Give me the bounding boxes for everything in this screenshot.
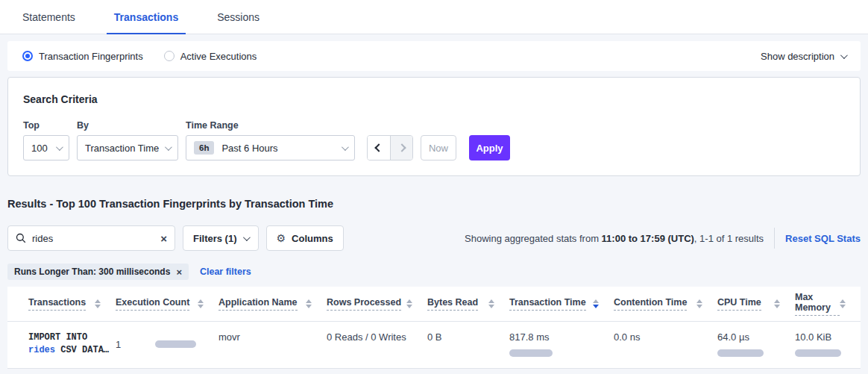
search-criteria-panel: Search Criteria Top 100 By Transaction T… xyxy=(7,77,861,176)
cell-rows-processed: 0 Reads / 0 Writes xyxy=(327,331,427,357)
stats-prefix: Showing aggregated stats from xyxy=(465,233,602,244)
top-field: Top 100 xyxy=(23,120,69,160)
time-range-field: Time Range 6h Past 6 Hours xyxy=(186,120,355,160)
tab-statements-label: Statements xyxy=(22,11,75,23)
column-header-bytes-read[interactable]: Bytes Read xyxy=(427,297,509,311)
remove-filter-icon[interactable]: × xyxy=(176,267,182,277)
column-header-label: Rows Processed xyxy=(327,297,401,311)
stats-suffix: , 1-1 of 1 results xyxy=(694,233,764,244)
chevron-down-icon xyxy=(242,234,250,241)
tab-statements[interactable]: Statements xyxy=(15,0,83,34)
time-range-value: Past 6 Hours xyxy=(221,143,277,154)
time-prev-button[interactable] xyxy=(368,136,390,160)
column-header-rows-processed[interactable]: Rows Processed xyxy=(327,297,427,311)
top-select[interactable]: 100 xyxy=(23,135,69,160)
column-header-label: Contention Time xyxy=(614,297,687,311)
sort-icon[interactable] xyxy=(95,299,101,308)
chevron-down-icon xyxy=(56,143,63,151)
cpu-time-bar xyxy=(717,349,764,357)
search-input[interactable] xyxy=(32,233,160,244)
sort-icon[interactable] xyxy=(488,299,494,308)
chevron-down-icon xyxy=(342,143,349,151)
max-memory-bar xyxy=(795,349,841,357)
time-nav-group xyxy=(367,135,413,160)
by-select-value: Transaction Time xyxy=(85,143,159,154)
column-header-application-name[interactable]: Application Name xyxy=(218,297,327,311)
time-range-select[interactable]: 6h Past 6 Hours xyxy=(186,135,355,160)
show-description-label: Show description xyxy=(761,51,834,62)
transaction-time-bar xyxy=(509,349,553,357)
show-description-toggle[interactable]: Show description xyxy=(761,51,846,62)
chevron-right-icon xyxy=(397,143,406,152)
sort-icon[interactable] xyxy=(696,299,702,308)
now-button[interactable]: Now xyxy=(421,135,456,160)
cell-execution-count: 1 xyxy=(116,331,218,357)
transaction-fingerprint-link[interactable]: IMPORT INTO rides CSV DATA… xyxy=(28,331,116,357)
column-header-label: Bytes Read xyxy=(427,297,478,311)
column-header-max-memory[interactable]: Max Memory xyxy=(795,292,861,316)
sql-activity-tabbar: Statements Transactions Sessions xyxy=(0,0,868,34)
sort-icon[interactable] xyxy=(198,299,204,308)
table-header-row: Transactions Execution Count Application… xyxy=(7,287,861,322)
results-heading: Results - Top 100 Transaction Fingerprin… xyxy=(7,198,861,210)
max-memory-value: 10.0 KiB xyxy=(795,331,850,343)
filters-button[interactable]: Filters (1) xyxy=(183,225,259,251)
results-controls-row: × Filters (1) ⚙ Columns Showing aggregat… xyxy=(7,225,861,251)
column-header-cpu-time[interactable]: CPU Time xyxy=(717,297,795,311)
column-header-contention-time[interactable]: Contention Time xyxy=(614,297,717,311)
chevron-down-icon xyxy=(840,52,848,59)
clear-filters-link[interactable]: Clear filters xyxy=(200,267,251,277)
sort-icon-active-desc[interactable] xyxy=(593,299,599,308)
column-header-transaction-time[interactable]: Transaction Time xyxy=(509,297,614,311)
column-header-label: Execution Count xyxy=(116,297,189,311)
tab-sessions[interactable]: Sessions xyxy=(210,0,267,34)
sort-icon[interactable] xyxy=(840,299,846,308)
clear-search-icon[interactable]: × xyxy=(160,233,167,244)
sort-icon[interactable] xyxy=(306,299,312,308)
vertical-divider xyxy=(774,228,775,249)
by-select[interactable]: Transaction Time xyxy=(77,135,178,160)
sort-icon[interactable] xyxy=(774,299,780,308)
radio-transaction-fingerprints[interactable]: Transaction Fingerprints xyxy=(22,51,143,62)
sort-icon[interactable] xyxy=(406,299,412,308)
cpu-time-value: 64.0 µs xyxy=(717,331,784,343)
transaction-time-value: 817.8 ms xyxy=(509,331,603,343)
time-next-button[interactable] xyxy=(390,136,412,160)
tab-sessions-label: Sessions xyxy=(217,11,260,23)
cell-transaction-time: 817.8 ms xyxy=(509,331,614,357)
by-field-label: By xyxy=(77,120,178,131)
tab-transactions[interactable]: Transactions xyxy=(107,0,186,34)
tab-transactions-label: Transactions xyxy=(114,11,178,23)
sql-line-2-rest: CSV DATA… xyxy=(55,345,109,355)
time-range-badge: 6h xyxy=(194,141,214,155)
time-range-field-label: Time Range xyxy=(186,120,355,131)
execution-count-value: 1 xyxy=(116,339,121,350)
radio-unselected-icon[interactable] xyxy=(164,51,174,61)
top-field-label: Top xyxy=(23,120,69,131)
columns-button[interactable]: ⚙ Columns xyxy=(266,225,344,251)
search-box[interactable]: × xyxy=(7,225,175,251)
radio-selected-icon[interactable] xyxy=(22,51,33,61)
apply-button[interactable]: Apply xyxy=(469,135,510,160)
results-table: Transactions Execution Count Application… xyxy=(7,287,861,369)
radio-active-executions-label: Active Executions xyxy=(180,51,257,62)
aggregated-stats-text: Showing aggregated stats from 11:00 to 1… xyxy=(465,233,764,244)
reset-sql-stats-link[interactable]: Reset SQL Stats xyxy=(785,233,861,244)
cell-bytes-read: 0 B xyxy=(427,331,509,357)
column-header-transactions[interactable]: Transactions xyxy=(28,297,116,311)
column-header-label: CPU Time xyxy=(717,297,761,311)
cell-contention-time: 0.0 ns xyxy=(614,331,717,357)
by-field: By Transaction Time xyxy=(77,120,178,160)
table-row: IMPORT INTO rides CSV DATA… 1 movr 0 Rea… xyxy=(7,322,861,369)
column-header-label: Max Memory xyxy=(795,292,840,316)
column-header-label: Transactions xyxy=(28,297,86,311)
column-header-label: Transaction Time xyxy=(509,297,586,311)
sql-line-2: rides CSV DATA… xyxy=(28,344,105,357)
radio-active-executions[interactable]: Active Executions xyxy=(164,51,257,62)
stats-range: 11:00 to 17:59 (UTC) xyxy=(602,233,694,244)
gear-icon: ⚙ xyxy=(277,232,286,244)
chevron-left-icon xyxy=(374,143,383,152)
filters-button-label: Filters (1) xyxy=(193,233,237,244)
sql-line-1: IMPORT INTO xyxy=(28,331,105,344)
column-header-execution-count[interactable]: Execution Count xyxy=(116,297,218,311)
